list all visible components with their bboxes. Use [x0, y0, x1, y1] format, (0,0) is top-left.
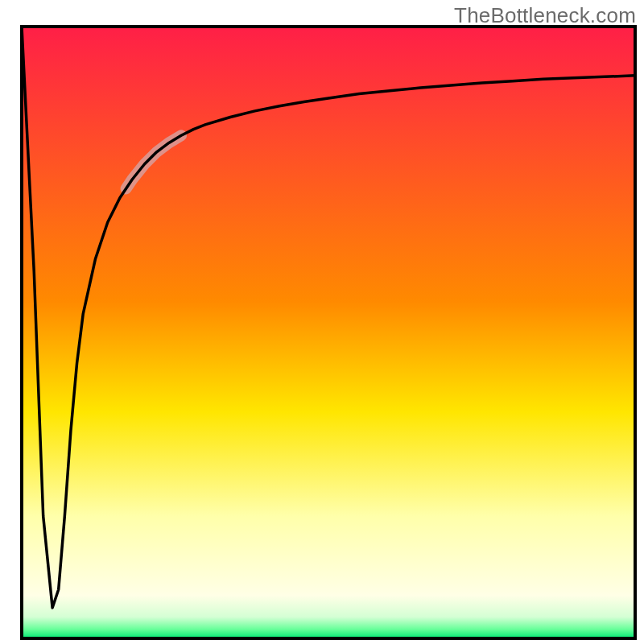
plot-background-gradient [22, 27, 635, 638]
bottleneck-chart [0, 0, 644, 644]
